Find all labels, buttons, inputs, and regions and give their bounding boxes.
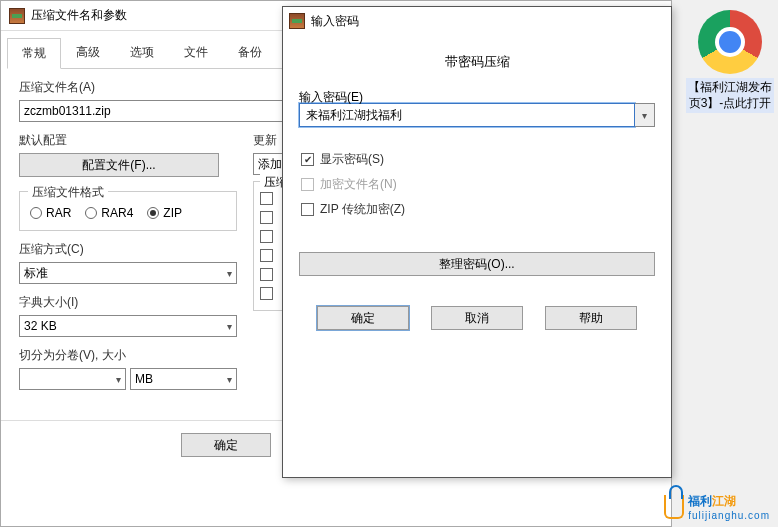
chevron-down-icon: ▾ xyxy=(642,110,647,121)
default-profile-label: 默认配置 xyxy=(19,132,67,149)
pwd-window-title: 输入密码 xyxy=(311,13,359,30)
split-size-combo[interactable]: ▾ xyxy=(19,368,126,390)
tab-options[interactable]: 选项 xyxy=(115,37,169,68)
checkbox-icon xyxy=(301,178,314,191)
tab-general[interactable]: 常规 xyxy=(7,38,61,69)
option-check[interactable] xyxy=(260,249,273,262)
option-check[interactable] xyxy=(260,211,273,224)
chevron-down-icon: ▾ xyxy=(116,374,121,385)
method-value: 标准 xyxy=(24,265,48,282)
zip-legacy-check[interactable]: ZIP 传统加密(Z) xyxy=(301,201,655,218)
parent-window-title: 压缩文件名和参数 xyxy=(31,7,127,24)
method-label: 压缩方式(C) xyxy=(19,241,237,258)
option-check[interactable] xyxy=(260,268,273,281)
method-combo[interactable]: 标准 ▾ xyxy=(19,262,237,284)
winrar-icon xyxy=(289,13,305,29)
split-unit: MB xyxy=(135,372,153,386)
tab-files[interactable]: 文件 xyxy=(169,37,223,68)
dict-combo[interactable]: 32 KB ▾ xyxy=(19,315,237,337)
chevron-down-icon: ▾ xyxy=(227,268,232,279)
desktop-shortcut-label: 【福利江湖发布页3】-点此打开 xyxy=(686,78,774,113)
split-unit-combo[interactable]: MB ▾ xyxy=(130,368,237,390)
split-label: 切分为分卷(V), 大小 xyxy=(19,347,237,364)
bag-icon xyxy=(664,495,684,519)
radio-rar[interactable]: RAR xyxy=(30,206,71,220)
tab-backup[interactable]: 备份 xyxy=(223,37,277,68)
parent-ok-button[interactable]: 确定 xyxy=(181,433,271,457)
pwd-cancel-button[interactable]: 取消 xyxy=(431,306,523,330)
radio-zip[interactable]: ZIP xyxy=(147,206,182,220)
format-legend: 压缩文件格式 xyxy=(28,184,108,201)
pwd-help-button[interactable]: 帮助 xyxy=(545,306,637,330)
pwd-input-label: 输入密码(E) xyxy=(299,89,363,106)
radio-rar4[interactable]: RAR4 xyxy=(85,206,133,220)
chevron-down-icon: ▾ xyxy=(227,321,232,332)
password-dropdown-button[interactable]: ▾ xyxy=(635,103,655,127)
organize-passwords-button[interactable]: 整理密码(O)... xyxy=(299,252,655,276)
dict-label: 字典大小(I) xyxy=(19,294,237,311)
option-check[interactable] xyxy=(260,192,273,205)
chrome-icon xyxy=(698,10,762,74)
update-label: 更新 xyxy=(253,132,277,149)
winrar-icon xyxy=(9,8,25,24)
encrypt-names-check: 加密文件名(N) xyxy=(301,176,655,193)
tab-advanced[interactable]: 高级 xyxy=(61,37,115,68)
checkbox-icon xyxy=(301,203,314,216)
pwd-ok-button[interactable]: 确定 xyxy=(317,306,409,330)
watermark: 福利江湖 fulijianghu.com xyxy=(664,493,770,521)
pwd-header: 带密码压缩 xyxy=(299,43,655,89)
checkbox-icon xyxy=(301,153,314,166)
password-input[interactable] xyxy=(299,103,635,127)
option-check[interactable] xyxy=(260,287,273,300)
option-check[interactable] xyxy=(260,230,273,243)
profile-button[interactable]: 配置文件(F)... xyxy=(19,153,219,177)
dict-value: 32 KB xyxy=(24,319,57,333)
show-password-check[interactable]: 显示密码(S) xyxy=(301,151,655,168)
desktop-shortcut[interactable]: 【福利江湖发布页3】-点此打开 xyxy=(686,10,774,113)
password-dialog: 输入密码 带密码压缩 输入密码(E) ▾ 显示密码(S) 加密文件名(N) ZI… xyxy=(282,6,672,478)
pwd-titlebar[interactable]: 输入密码 xyxy=(283,7,671,35)
chevron-down-icon: ▾ xyxy=(227,374,232,385)
